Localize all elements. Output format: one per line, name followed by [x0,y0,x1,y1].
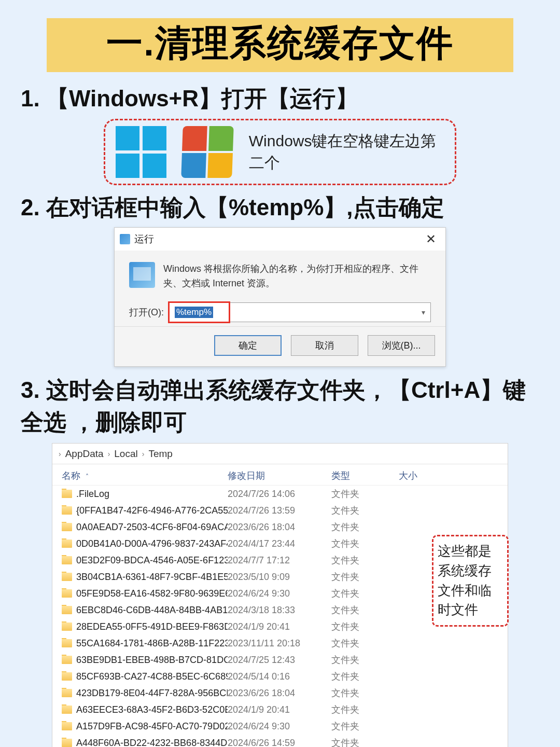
folder-icon [62,722,72,730]
file-date: 2024/6/24 9:30 [228,721,331,732]
file-name: .FileLog [62,489,228,500]
crumb-local[interactable]: Local [114,448,137,460]
table-row[interactable]: 55CA1684-1781-486B-A28B-11F223...2023/11… [52,635,508,652]
file-date: 2024/6/24 9:30 [228,588,331,599]
crumb-appdata[interactable]: AppData [65,448,104,460]
folder-icon [62,622,72,631]
file-date: 2024/1/9 20:41 [228,704,331,715]
file-type: 文件夹 [331,620,399,633]
file-type: 文件夹 [331,604,399,616]
folder-icon [62,523,72,531]
file-type: 文件夹 [331,637,399,649]
cancel-button[interactable]: 取消 [291,335,358,356]
table-row[interactable]: 0A0AEAD7-2503-4CF6-8F04-69ACAF...2023/6/… [52,519,508,535]
file-date: 2024/3/18 18:33 [228,605,331,616]
folder-icon [62,606,72,614]
file-date: 2024/5/14 0:16 [228,671,331,682]
run-large-icon [129,262,155,288]
table-row[interactable]: A157D9FB-AC98-45F0-AC70-79D026...2024/6/… [52,718,508,735]
file-type: 文件夹 [331,687,399,699]
col-size[interactable]: 大小 [399,469,498,482]
file-type: 文件夹 [331,537,399,550]
file-type: 文件夹 [331,720,399,732]
chevron-right-icon: › [142,450,145,458]
run-app-icon [120,234,130,244]
file-date: 2023/6/26 18:04 [228,688,331,699]
file-date: 2024/7/25 12:43 [228,655,331,666]
file-name: 28EDEA55-0FF5-491D-BEE9-F863D6E... [62,621,228,632]
file-date: 2023/11/11 20:18 [228,638,331,649]
hint-windows-key: Windows键在空格键左边第二个 [104,119,456,185]
run-description: Windows 将根据你所输入的名称，为你打开相应的程序、文件夹、文档或 Int… [163,262,431,291]
file-date: 2024/1/9 20:41 [228,621,331,632]
step-3: 3. 这时会自动弹出系统缓存文件夹，【Ctrl+A】键全选 ，删除即可 [21,374,539,438]
file-name: 0E3D2F09-BDCA-4546-A05E-6F123A... [62,555,228,566]
chevron-down-icon[interactable]: ▾ [422,308,425,316]
file-type: 文件夹 [331,587,399,600]
column-headers[interactable]: 名称˄ 修改日期 类型 大小 [52,464,508,486]
table-row[interactable]: .FileLog2024/7/26 14:06文件夹 [52,486,508,502]
folder-icon [62,639,72,647]
table-row[interactable]: 85CF693B-CA27-4C88-B5EC-6C6892...2024/5/… [52,668,508,685]
col-date[interactable]: 修改日期 [228,469,331,482]
file-name: 0D0B41A0-D00A-4796-9837-243AF4... [62,538,228,549]
folder-icon [62,706,72,714]
run-title: 运行 [134,232,154,246]
table-row[interactable]: A63EECE3-68A3-45F2-B6D3-52C0E2...2024/1/… [52,701,508,718]
file-name: A63EECE3-68A3-45F2-B6D3-52C0E2... [62,704,228,715]
file-type: 文件夹 [331,654,399,666]
open-value: %temp% [175,307,213,318]
table-row[interactable]: 423DB179-8E04-44F7-828A-956BCF...2023/6/… [52,685,508,701]
file-type: 文件夹 [331,737,399,747]
file-type: 文件夹 [331,571,399,583]
file-name: 63BE9DB1-EBEB-498B-B7CD-81DC7C... [62,655,228,666]
table-row[interactable]: 63BE9DB1-EBEB-498B-B7CD-81DC7C...2024/7/… [52,652,508,668]
step-2: 2. 在对话框中输入【%temp%】,点击确定 [21,191,539,224]
chevron-right-icon: › [59,450,61,458]
file-type: 文件夹 [331,504,399,517]
folder-icon [62,506,72,515]
file-name: A448F60A-BD22-4232-BB68-8344D0... [62,738,228,747]
browse-button[interactable]: 浏览(B)... [368,335,435,356]
folder-icon [62,573,72,581]
folder-icon [62,540,72,548]
file-name: 05FE9D58-EA16-4582-9F80-9639E67... [62,588,228,599]
folder-icon [62,656,72,664]
close-button[interactable]: ✕ [422,232,440,246]
file-date: 2023/5/10 9:09 [228,572,331,583]
file-date: 2023/6/26 18:04 [228,522,331,533]
ok-button[interactable]: 确定 [214,335,282,356]
folder-icon [62,490,72,498]
file-date: 2024/7/26 13:59 [228,505,331,516]
file-name: A157D9FB-AC98-45F0-AC70-79D026... [62,721,228,732]
breadcrumb[interactable]: › AppData › Local › Temp [52,444,508,464]
sort-asc-icon: ˄ [86,473,89,480]
file-type: 文件夹 [331,488,399,500]
open-combobox[interactable]: %temp% ▾ [169,302,431,322]
file-name: 3B04CB1A-6361-48F7-9CBF-4B1E537... [62,572,228,583]
hint-text: Windows键在空格键左边第二个 [249,130,444,174]
file-name: 423DB179-8E04-44F7-828A-956BCF... [62,688,228,699]
col-type[interactable]: 类型 [331,469,399,482]
file-date: 2024/7/7 17:12 [228,555,331,566]
col-name[interactable]: 名称˄ [62,469,228,482]
windows7-logo-icon [181,126,234,178]
folder-icon [62,689,72,697]
folder-icon [62,589,72,598]
file-name: 0A0AEAD7-2503-4CF6-8F04-69ACAF... [62,522,228,533]
file-date: 2024/4/17 23:44 [228,538,331,549]
run-dialog: 运行 ✕ Windows 将根据你所输入的名称，为你打开相应的程序、文件夹、文档… [114,227,446,367]
crumb-temp[interactable]: Temp [148,448,172,460]
explorer-window: › AppData › Local › Temp 名称˄ 修改日期 类型 大小 … [52,443,508,747]
table-row[interactable]: {0FFA1B47-42F6-4946-A776-2CA55E...2024/7… [52,502,508,519]
windows10-logo-icon [116,126,166,178]
file-name: 6EBC8D46-C6DB-448A-84BB-4AB1CB... [62,605,228,616]
folder-icon [62,672,72,681]
file-type: 文件夹 [331,554,399,566]
folder-icon [62,556,72,564]
file-type: 文件夹 [331,703,399,716]
chevron-right-icon: › [108,450,110,458]
file-name: {0FFA1B47-42F6-4946-A776-2CA55E... [62,505,228,516]
page-title: 一.清理系统缓存文件 [47,18,513,72]
table-row[interactable]: A448F60A-BD22-4232-BB68-8344D0...2024/6/… [52,735,508,747]
